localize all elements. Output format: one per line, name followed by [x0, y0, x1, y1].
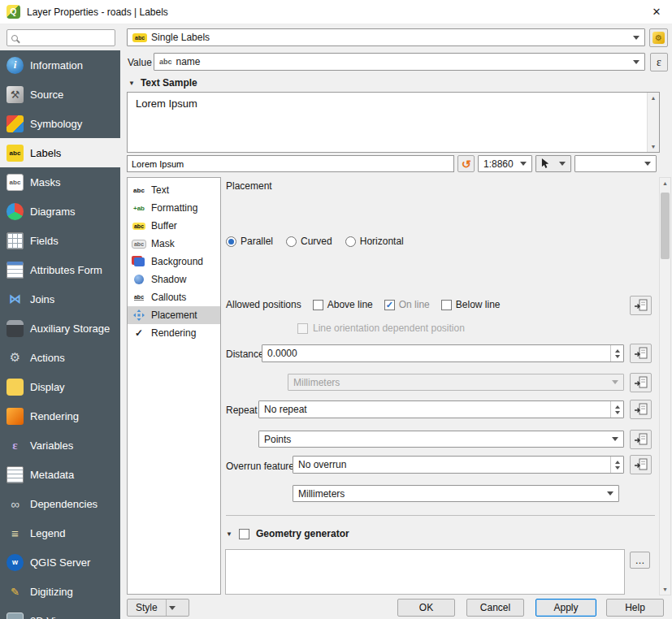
checkbox-label: Above line — [327, 299, 373, 310]
sidebar-item-joins[interactable]: ⋈Joins — [0, 284, 120, 314]
sidebar-item-attributes-form[interactable]: Attributes Form — [0, 255, 120, 284]
tab-buffer[interactable]: abcBuffer — [128, 217, 220, 235]
tab-mask[interactable]: abcMask — [128, 235, 220, 253]
checkbox-below-line[interactable]: Below line — [441, 299, 501, 310]
scroll-down-icon[interactable]: ▼ — [660, 584, 670, 595]
sidebar-item-label: QGIS Server — [30, 556, 90, 569]
tab-formatting[interactable]: +abFormatting — [128, 199, 220, 217]
preview-scale-value: 1:8860 — [483, 158, 514, 170]
sidebar-item-labels[interactable]: abcLabels — [0, 138, 120, 167]
help-button[interactable]: Help — [606, 599, 664, 617]
scroll-up-icon[interactable]: ▲ — [660, 178, 670, 188]
apply-button[interactable]: Apply — [535, 599, 596, 617]
distance-spinbox[interactable]: 0.0000 — [262, 344, 624, 362]
tab-shadow[interactable]: Shadow — [128, 271, 220, 288]
data-defined-override-button[interactable] — [630, 344, 652, 363]
checkbox-above-line[interactable]: Above line — [313, 299, 373, 310]
sidebar-item-dependencies[interactable]: ∞Dependencies — [0, 489, 120, 518]
sidebar-item-digitizing[interactable]: ✎Digitizing — [0, 577, 120, 606]
qgis-logo-icon: Q — [7, 5, 20, 19]
expression-builder-button[interactable]: ε — [650, 53, 668, 71]
geometry-generator-checkbox[interactable] — [239, 529, 249, 539]
sidebar-item-symbology[interactable]: Symbology — [0, 109, 120, 138]
data-defined-override-button[interactable] — [630, 373, 652, 392]
tab-callouts[interactable]: abcCallouts — [128, 288, 220, 306]
radio-horizontal[interactable]: Horizontal — [345, 236, 404, 247]
window-title: Layer Properties - roads | Labels — [27, 6, 168, 18]
sidebar-item-metadata[interactable]: Metadata — [0, 460, 120, 489]
reset-icon: ↺ — [462, 158, 471, 171]
radio-label: Horizontal — [360, 236, 404, 247]
spin-up-icon — [615, 403, 620, 409]
tab-rendering[interactable]: ✓Rendering — [128, 324, 220, 342]
sidebar-item-fields[interactable]: Fields — [0, 226, 120, 255]
sidebar-item-3d-view[interactable]: 3D View — [0, 606, 120, 619]
data-defined-override-button[interactable] — [630, 455, 652, 474]
overrun-unit-select[interactable]: Millimeters — [293, 485, 619, 502]
sidebar-item-display[interactable]: Display — [0, 372, 120, 401]
data-defined-override-button[interactable] — [630, 400, 652, 419]
preview-scale-select[interactable]: 1:8860 — [478, 155, 532, 172]
sidebar-item-rendering[interactable]: Rendering — [0, 401, 120, 431]
tab-placement[interactable]: Placement — [128, 306, 220, 324]
style-dropdown-arrow[interactable] — [166, 600, 179, 616]
line-orientation-checkbox-row[interactable]: Line orientation dependent position — [297, 322, 465, 334]
sidebar-item-label: Information — [30, 59, 83, 71]
reset-sample-button[interactable]: ↺ — [457, 155, 475, 172]
value-field-select[interactable]: abc name — [154, 53, 645, 71]
repeat-spinbox[interactable]: No repeat — [258, 400, 624, 418]
labeling-mode-select[interactable]: abc Single Labels — [127, 28, 645, 46]
text-sample-section-header[interactable]: ▼ Text Sample — [128, 77, 197, 89]
dropdown-arrow-icon — [612, 437, 618, 444]
sidebar-item-actions[interactable]: ⚙Actions — [0, 343, 120, 372]
map-settings-button[interactable] — [535, 155, 571, 172]
allowed-positions-row: Allowed positions Above line ✓ On line B… — [226, 299, 501, 310]
radio-curved[interactable]: Curved — [286, 236, 332, 247]
spin-up-button[interactable] — [611, 345, 623, 353]
close-icon[interactable]: ✕ — [648, 3, 665, 21]
spin-down-button[interactable] — [611, 409, 623, 418]
sample-text-input[interactable] — [127, 155, 454, 172]
overrun-value: No overrun — [293, 457, 610, 473]
expression-dialog-button[interactable]: … — [630, 552, 650, 569]
data-defined-icon — [634, 346, 648, 361]
data-defined-override-button[interactable] — [630, 430, 652, 449]
geometry-generator-expression-area[interactable] — [225, 549, 625, 595]
spin-down-button[interactable] — [611, 353, 623, 361]
sidebar-item-masks[interactable]: abcMasks — [0, 167, 120, 197]
repeat-unit-select[interactable]: Points — [258, 431, 624, 448]
sidebar-item-diagrams[interactable]: Diagrams — [0, 197, 120, 226]
sidebar-item-label: Actions — [30, 352, 65, 364]
sidebar-item-legend[interactable]: ≡Legend — [0, 518, 120, 548]
data-defined-override-button[interactable] — [630, 296, 652, 315]
checkbox-label: Below line — [456, 299, 501, 310]
sidebar-item-qgis-server[interactable]: wQGIS Server — [0, 548, 120, 577]
spin-up-button[interactable] — [611, 457, 623, 465]
overrun-spinbox[interactable]: No overrun — [293, 456, 624, 474]
spin-up-button[interactable] — [611, 401, 623, 409]
radio-parallel[interactable]: Parallel — [226, 236, 273, 247]
geometry-generator-header[interactable]: ▼ Geometry generator — [226, 528, 349, 539]
cancel-button[interactable]: Cancel — [466, 599, 524, 617]
sidebar-item-auxiliary-storage[interactable]: Auxiliary Storage — [0, 314, 120, 343]
scroll-up-icon[interactable]: ▲ — [651, 93, 657, 103]
checkbox-on-line[interactable]: ✓ On line — [384, 299, 430, 310]
rendering-tab-icon: ✓ — [135, 327, 143, 339]
scrollbar-thumb[interactable] — [661, 193, 670, 259]
sidebar-item-variables[interactable]: εVariables — [0, 431, 120, 460]
spin-down-button[interactable] — [611, 465, 623, 473]
search-input[interactable] — [7, 29, 115, 46]
preview-background-select[interactable] — [574, 155, 657, 172]
ok-button[interactable]: OK — [397, 599, 455, 617]
text-sample-preview[interactable]: Lorem Ipsum ▲ ▼ — [127, 92, 660, 153]
sidebar-item-information[interactable]: iInformation — [0, 50, 120, 80]
spin-up-icon — [615, 458, 620, 464]
distance-unit-select[interactable]: Millimeters — [288, 374, 624, 391]
automated-placement-settings-button[interactable]: ⚙ — [649, 28, 668, 47]
sidebar-item-source[interactable]: ⚒Source — [0, 80, 120, 109]
tab-background[interactable]: Background — [128, 253, 220, 271]
scroll-down-icon[interactable]: ▼ — [651, 141, 657, 152]
information-icon: i — [7, 57, 24, 74]
style-button[interactable]: Style — [127, 599, 189, 617]
tab-text[interactable]: abcText — [128, 181, 220, 199]
